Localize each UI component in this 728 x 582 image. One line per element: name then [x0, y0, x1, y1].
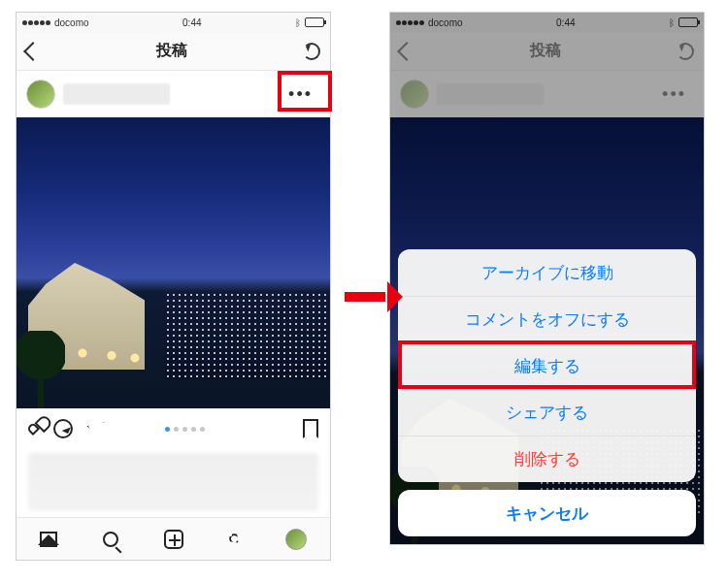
- nav-bar: 投稿: [17, 32, 330, 71]
- clock: 0:44: [182, 17, 201, 28]
- avatar[interactable]: [26, 80, 55, 109]
- add-post-tab-icon[interactable]: [164, 530, 183, 549]
- signal-icon: [22, 20, 50, 25]
- photo-tree: [17, 331, 65, 408]
- reload-button[interactable]: [303, 43, 320, 60]
- carousel-dots: [165, 427, 205, 432]
- battery-icon: [305, 17, 324, 27]
- sheet-cancel[interactable]: キャンセル: [398, 490, 696, 536]
- phone-left: docomo 0:44 ᛒ 投稿 •••: [16, 12, 331, 561]
- page-title: 投稿: [156, 41, 187, 61]
- profile-tab-icon[interactable]: [285, 529, 307, 550]
- caption-blurred: [28, 453, 318, 511]
- comment-icon[interactable]: [53, 419, 73, 438]
- tab-bar: [17, 517, 330, 560]
- activity-tab-icon[interactable]: [227, 532, 243, 547]
- action-sheet: アーカイブに移動 コメントをオフにする 編集する シェアする 削除する キャンセ…: [390, 242, 704, 544]
- sheet-comments-off[interactable]: コメントをオフにする: [398, 296, 696, 342]
- post-photo[interactable]: [17, 117, 330, 408]
- bluetooth-icon: ᛒ: [295, 17, 301, 28]
- phone-right: docomo 0:44 ᛒ 投稿 ••• アー: [389, 12, 705, 545]
- bookmark-icon[interactable]: [303, 419, 318, 438]
- sheet-edit[interactable]: 編集する: [398, 342, 696, 389]
- sheet-archive[interactable]: アーカイブに移動: [398, 249, 696, 296]
- post-header: •••: [17, 71, 330, 117]
- share-icon[interactable]: [86, 414, 111, 443]
- home-tab-icon[interactable]: [40, 532, 57, 547]
- status-bar: docomo 0:44 ᛒ: [17, 13, 330, 32]
- photo-city-lights: [165, 292, 330, 379]
- username-blurred[interactable]: [63, 83, 170, 105]
- back-button[interactable]: [23, 42, 43, 61]
- arrow-icon: [345, 281, 403, 310]
- search-tab-icon[interactable]: [103, 532, 118, 547]
- action-row: [17, 408, 330, 449]
- sheet-share[interactable]: シェアする: [398, 389, 696, 436]
- more-options-button[interactable]: •••: [281, 81, 320, 109]
- like-icon[interactable]: [26, 422, 40, 436]
- sheet-delete[interactable]: 削除する: [398, 436, 696, 482]
- carrier-label: docomo: [54, 17, 89, 28]
